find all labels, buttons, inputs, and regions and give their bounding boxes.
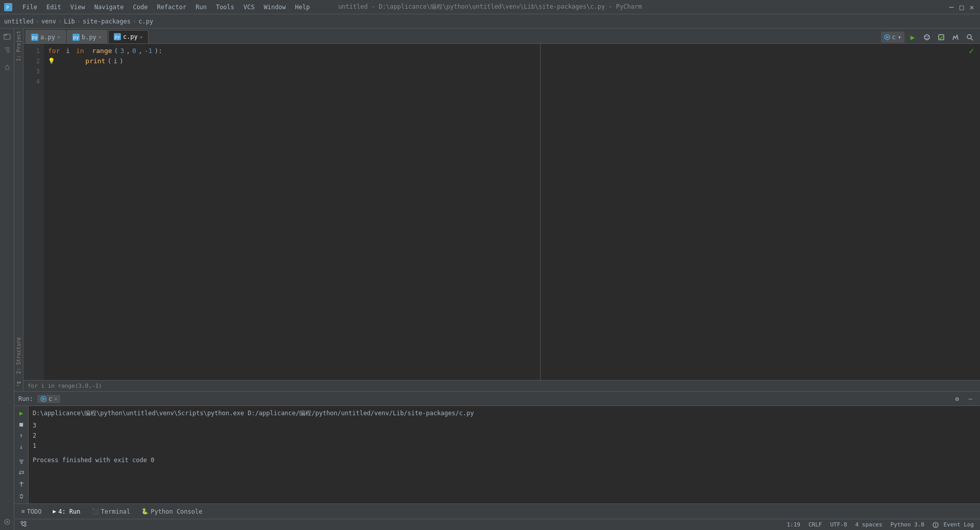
tab-b-py-close[interactable]: ✕ [99, 34, 102, 40]
run-collapse-button[interactable]: — [965, 393, 976, 405]
minimize-button[interactable]: ─ [947, 3, 955, 11]
code-content[interactable]: for i in range ( 3 , 0 , -1 ): [44, 44, 980, 380]
run-scroll-down-button[interactable]: ↓ [16, 442, 27, 452]
run-wrap-button[interactable] [16, 468, 27, 478]
tab-b-py[interactable]: py b.py ✕ [67, 30, 107, 43]
svg-marker-21 [42, 397, 45, 400]
code-line-1: for i in range ( 3 , 0 , -1 ): [48, 46, 976, 56]
run-expand-button[interactable] [16, 491, 27, 501]
breadcrumb-sep-4: › [133, 18, 136, 25]
code-fn-print: print [85, 56, 105, 66]
breadcrumb-lib[interactable]: Lib [64, 18, 75, 25]
run-config-select[interactable]: c ▾ [881, 32, 904, 43]
run-output-3: 3 [33, 420, 976, 431]
breadcrumb-file[interactable]: c.py [138, 18, 153, 25]
run-stop-button[interactable]: ■ [16, 419, 27, 430]
run-pin-button[interactable] [16, 479, 27, 489]
menu-navigate[interactable]: Navigate [90, 3, 128, 12]
editor-status-text: for i in range(3,0,-1) [28, 383, 102, 389]
line-numbers: 1 2 3 4 [23, 44, 44, 380]
code-editor[interactable]: 1 2 3 4 for i in range ( 3 [23, 44, 980, 380]
python-version[interactable]: Python 3.8 [889, 521, 926, 528]
sidebar-notifications-icon[interactable] [1, 516, 13, 528]
tab-a-py-close[interactable]: ✕ [57, 34, 60, 40]
maximize-button[interactable]: □ [958, 3, 966, 11]
menu-file[interactable]: File [18, 3, 41, 12]
sidebar-label-structure[interactable]: 2: Structure [15, 335, 22, 376]
python-console-icon: 🐍 [141, 508, 149, 515]
breadcrumb-venv[interactable]: venv [41, 18, 56, 25]
code-var-i: i [62, 46, 74, 56]
indent-size[interactable]: 4 spaces [853, 521, 885, 528]
sidebar-favorites-icon[interactable] [1, 61, 13, 73]
menu-tools[interactable]: Tools [212, 3, 238, 12]
menu-refactor[interactable]: Refactor [153, 3, 190, 12]
cursor-position[interactable]: 1:19 [785, 521, 802, 528]
coverage-button[interactable] [935, 31, 947, 43]
svg-point-28 [24, 521, 26, 523]
run-panel-body: ▶ ■ ↑ ↓ [14, 406, 980, 503]
menu-code[interactable]: Code [129, 3, 152, 12]
hint-bulb-icon[interactable]: 💡 [48, 56, 55, 66]
tab-a-py-label: a.py [40, 34, 55, 41]
svg-point-34 [935, 526, 936, 527]
run-button[interactable]: ▶ [906, 31, 919, 43]
code-line-2: 💡 print ( i ) [48, 56, 976, 66]
run-panel-header: Run: c ✕ ⚙ — [14, 392, 980, 406]
tabs-bar: py a.py ✕ py b.py ✕ py c.py ✕ [23, 29, 980, 44]
tab-c-py-label: c.py [123, 33, 138, 40]
event-log-button[interactable]: Event Log [930, 521, 976, 528]
svg-point-27 [21, 521, 23, 523]
git-icon[interactable] [18, 521, 29, 528]
run-filter-button[interactable] [16, 457, 27, 467]
run-config-chevron: ▾ [898, 34, 901, 41]
line-endings[interactable]: CRLF [806, 521, 824, 528]
run-command-line: D:\applicance\编程\python\untitled\venv\Sc… [33, 408, 976, 418]
debug-button[interactable] [921, 31, 933, 43]
run-tab-close[interactable]: ✕ [54, 396, 57, 401]
run-config-tab[interactable]: c ✕ [37, 395, 60, 403]
breadcrumb-site-packages[interactable]: site-packages [83, 18, 131, 25]
sidebar-structure-icon[interactable] [1, 44, 13, 56]
keyword-for: for [48, 46, 60, 56]
charset[interactable]: UTF-8 [828, 521, 849, 528]
bottom-tab-python-console-label: Python Console [151, 508, 202, 515]
run-panel-controls: ⚙ — [951, 393, 976, 405]
bottom-tab-terminal[interactable]: ⬛ Terminal [87, 506, 136, 517]
tab-c-py-close[interactable]: ✕ [140, 34, 143, 40]
run-settings-button[interactable]: ⚙ [951, 393, 963, 405]
terminal-icon: ⬛ [92, 508, 99, 515]
todo-icon: ≡ [21, 508, 25, 515]
run-label: Run: [18, 395, 33, 402]
bottom-tab-todo[interactable]: ≡ TODO [16, 506, 47, 517]
code-line-4 [48, 77, 976, 87]
menu-view[interactable]: View [66, 3, 89, 12]
bottom-tab-run[interactable]: ▶ 4: Run [48, 506, 86, 517]
profile-button[interactable] [949, 31, 962, 43]
tab-c-py[interactable]: py c.py ✕ [108, 30, 149, 43]
menu-edit[interactable]: Edit [42, 3, 65, 12]
menu-vcs[interactable]: VCS [239, 3, 259, 12]
search-everywhere-button[interactable] [964, 31, 976, 43]
code-num-0: 0 [132, 46, 136, 56]
run-play-button[interactable]: ▶ [16, 408, 27, 418]
menu-help[interactable]: Help [291, 3, 314, 12]
svg-text:P: P [6, 5, 9, 10]
svg-point-10 [17, 382, 19, 384]
sidebar-project-icon[interactable] [1, 31, 13, 43]
tab-a-py[interactable]: py a.py ✕ [26, 30, 66, 43]
close-button[interactable]: ✕ [968, 3, 976, 11]
run-scroll-up-button[interactable]: ↑ [16, 431, 27, 441]
left-sidebar [0, 29, 14, 530]
sidebar-users-icon[interactable] [16, 381, 22, 387]
menu-window[interactable]: Window [260, 3, 290, 12]
code-fn-range: range [92, 46, 112, 56]
run-panel: Run: c ✕ ⚙ — ▶ ■ ↑ ↓ [14, 391, 980, 503]
bottom-tab-python-console[interactable]: 🐍 Python Console [136, 506, 207, 517]
menu-run[interactable]: Run [191, 3, 211, 12]
window-title: untitled - D:\applicance\编程\python\untit… [338, 3, 642, 11]
breadcrumb-untitled[interactable]: untitled [4, 18, 34, 25]
sidebar-label-project[interactable]: 1: Project [15, 29, 22, 63]
tab-a-py-icon: py [31, 34, 38, 41]
run-output[interactable]: D:\applicance\编程\python\untitled\venv\Sc… [29, 406, 980, 503]
